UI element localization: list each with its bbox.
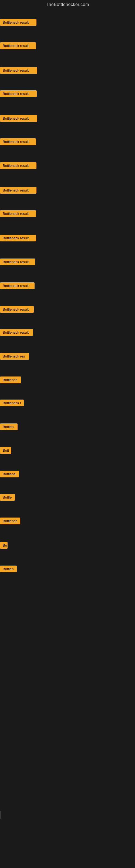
bottleneck-bar-14[interactable]: Bottleneck res [0,353,29,360]
bar-row-18[interactable]: Bott [0,445,135,456]
bottleneck-bar-4[interactable]: Bottleneck result [0,115,37,122]
bottleneck-bar-2[interactable]: Bottleneck result [0,67,37,74]
bottleneck-bar-22[interactable]: Bo [0,542,8,549]
bar-row-6[interactable]: Bottleneck result [0,160,135,171]
bottleneck-bar-9[interactable]: Bottleneck result [0,235,36,241]
bar-row-14[interactable]: Bottleneck res [0,351,135,362]
bottleneck-bar-3[interactable]: Bottleneck result [0,90,37,97]
page-container: TheBottlenecker.com Bottleneck resultBot… [0,0,135,868]
bottleneck-bar-19[interactable]: Bottlene [0,471,19,477]
bottleneck-bar-18[interactable]: Bott [0,447,11,454]
bar-row-1[interactable]: Bottleneck result [0,40,135,51]
bar-row-21[interactable]: Bottlenec [0,516,135,526]
bar-row-5[interactable]: Bottleneck result [0,136,135,147]
bottleneck-bar-6[interactable]: Bottleneck result [0,162,37,169]
bottleneck-bar-21[interactable]: Bottlenec [0,518,20,524]
bottleneck-bar-13[interactable]: Bottleneck result [0,329,33,336]
bottleneck-bar-17[interactable]: Bottlen [0,424,17,430]
bottleneck-bar-8[interactable]: Bottleneck result [0,210,36,217]
bar-row-7[interactable]: Bottleneck result [0,185,135,195]
bottleneck-bar-12[interactable]: Bottleneck result [0,306,34,313]
bar-row-2[interactable]: Bottleneck result [0,65,135,76]
bottleneck-bar-5[interactable]: Bottleneck result [0,138,36,145]
bottleneck-bar-10[interactable]: Bottleneck result [0,258,35,265]
bar-row-15[interactable]: Bottlenec [0,374,135,385]
bar-row-9[interactable]: Bottleneck result [0,232,135,243]
bar-row-4[interactable]: Bottleneck result [0,113,135,124]
bottleneck-bar-23[interactable]: Bottlen [0,565,17,572]
bar-row-3[interactable]: Bottleneck result [0,88,135,99]
bottleneck-bar-11[interactable]: Bottleneck result [0,282,35,289]
bar-row-16[interactable]: Bottleneck r [0,397,135,408]
bar-row-13[interactable]: Bottleneck result [0,327,135,338]
bar-row-8[interactable]: Bottleneck result [0,208,135,219]
bottleneck-bar-15[interactable]: Bottlenec [0,376,21,383]
bottleneck-bar-20[interactable]: Bottle [0,494,15,501]
bottleneck-bar-7[interactable]: Bottleneck result [0,187,37,194]
bar-row-11[interactable]: Bottleneck result [0,280,135,291]
bar-row-17[interactable]: Bottlen [0,421,135,432]
bar-row-19[interactable]: Bottlene [0,468,135,479]
bar-row-22[interactable]: Bo [0,540,135,551]
bar-row-20[interactable]: Bottle [0,492,135,503]
cursor-line [1,811,1,819]
bars-container: Bottleneck resultBottleneck resultBottle… [0,8,135,822]
site-title: TheBottlenecker.com [0,0,135,8]
bar-row-0[interactable]: Bottleneck result [0,17,135,28]
bar-row-10[interactable]: Bottleneck result [0,256,135,267]
bar-row-12[interactable]: Bottleneck result [0,304,135,315]
bottleneck-bar-0[interactable]: Bottleneck result [0,19,37,26]
bottleneck-bar-16[interactable]: Bottleneck r [0,400,24,406]
bar-row-23[interactable]: Bottlen [0,563,135,574]
bottleneck-bar-1[interactable]: Bottleneck result [0,42,36,49]
